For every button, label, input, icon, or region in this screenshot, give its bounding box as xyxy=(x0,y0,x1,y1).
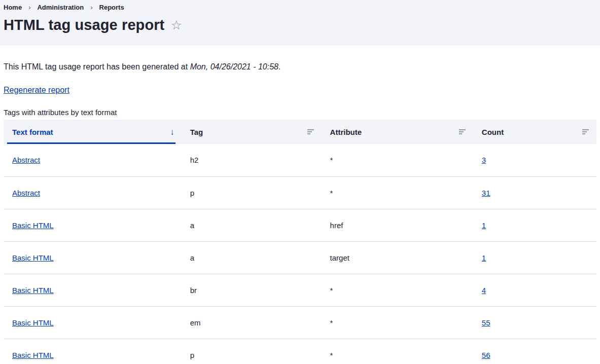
breadcrumb-item-home[interactable]: Home xyxy=(4,4,22,11)
cell-count: 56 xyxy=(473,339,596,364)
report-generated-prefix: This HTML tag usage report has been gene… xyxy=(4,62,190,71)
table-row: Basic HTML a target 1 xyxy=(4,241,596,274)
cell-attribute: * xyxy=(322,306,473,339)
cell-attribute: href xyxy=(322,209,473,241)
cell-attribute: * xyxy=(322,144,473,176)
cell-tag: a xyxy=(182,209,322,241)
column-header-label: Tag xyxy=(190,128,203,136)
cell-attribute: * xyxy=(322,176,473,209)
cell-count: 3 xyxy=(473,144,596,176)
text-format-link[interactable]: Abstract xyxy=(12,189,40,197)
breadcrumb-item-administration[interactable]: Administration xyxy=(37,4,84,11)
column-header-tag[interactable]: Tag xyxy=(182,120,322,144)
sort-lines-icon xyxy=(459,129,466,135)
cell-count: 1 xyxy=(473,209,596,241)
text-format-link[interactable]: Abstract xyxy=(12,156,40,164)
table-row: Basic HTML a href 1 xyxy=(4,209,596,241)
table-row: Basic HTML br * 4 xyxy=(4,274,596,306)
tag-usage-table: Text format ↓ Tag xyxy=(4,120,596,364)
page-title: HTML tag usage report xyxy=(4,16,164,34)
favorite-star-icon[interactable]: ☆ xyxy=(170,19,182,31)
main-content: This HTML tag usage report has been gene… xyxy=(0,46,600,364)
count-link[interactable]: 31 xyxy=(482,189,490,197)
text-format-link[interactable]: Basic HTML xyxy=(12,286,54,295)
sort-lines-icon xyxy=(307,129,314,135)
report-timestamp: Mon, 04/26/2021 - 10:58 xyxy=(190,62,278,71)
cell-text-format: Basic HTML xyxy=(4,274,182,306)
page: Home › Administration › Reports HTML tag… xyxy=(0,0,600,364)
chevron-right-icon: › xyxy=(28,4,30,11)
table-header-row: Text format ↓ Tag xyxy=(4,120,596,144)
regenerate-report-wrap: Regenerate report xyxy=(4,84,596,96)
title-row: HTML tag usage report ☆ xyxy=(4,16,592,34)
cell-tag: h2 xyxy=(182,144,322,176)
report-generated-text: This HTML tag usage report has been gene… xyxy=(4,61,596,73)
count-link[interactable]: 55 xyxy=(482,318,490,327)
text-format-link[interactable]: Basic HTML xyxy=(12,318,54,327)
count-link[interactable]: 1 xyxy=(482,253,486,262)
cell-count: 31 xyxy=(473,176,596,209)
chevron-right-icon: › xyxy=(90,4,92,11)
sort-lines-icon xyxy=(582,129,589,135)
cell-attribute: * xyxy=(322,274,473,306)
cell-count: 4 xyxy=(473,274,596,306)
count-link[interactable]: 4 xyxy=(482,286,486,295)
cell-text-format: Abstract xyxy=(4,144,182,176)
count-link[interactable]: 56 xyxy=(482,351,490,359)
cell-tag: em xyxy=(182,306,322,339)
cell-tag: p xyxy=(182,339,322,364)
cell-attribute: target xyxy=(322,241,473,274)
table-row: Abstract p * 31 xyxy=(4,176,596,209)
sort-descending-icon: ↓ xyxy=(170,128,174,136)
report-generated-suffix: . xyxy=(278,62,280,71)
column-header-attribute[interactable]: Attribute xyxy=(322,120,473,144)
column-header-text-format[interactable]: Text format ↓ xyxy=(4,120,182,144)
table-caption: Tags with attributes by text format xyxy=(4,107,596,118)
page-header: Home › Administration › Reports HTML tag… xyxy=(0,0,600,46)
breadcrumb: Home › Administration › Reports xyxy=(4,4,592,11)
regenerate-report-link[interactable]: Regenerate report xyxy=(4,86,69,94)
table-row: Basic HTML em * 55 xyxy=(4,306,596,339)
cell-text-format: Basic HTML xyxy=(4,306,182,339)
cell-count: 55 xyxy=(473,306,596,339)
column-header-label: Attribute xyxy=(330,128,362,136)
table-row: Abstract h2 * 3 xyxy=(4,144,596,176)
breadcrumb-item-reports[interactable]: Reports xyxy=(99,4,124,11)
cell-count: 1 xyxy=(473,241,596,274)
cell-tag: a xyxy=(182,241,322,274)
text-format-link[interactable]: Basic HTML xyxy=(12,351,54,359)
count-link[interactable]: 3 xyxy=(482,156,486,164)
text-format-link[interactable]: Basic HTML xyxy=(12,221,54,230)
cell-text-format: Basic HTML xyxy=(4,241,182,274)
column-header-label: Text format xyxy=(12,128,53,136)
table-header: Text format ↓ Tag xyxy=(4,120,596,144)
column-header-label: Count xyxy=(482,128,504,136)
table-body: Abstract h2 * 3 Abstract p * 31 Basic HT… xyxy=(4,144,596,364)
cell-text-format: Abstract xyxy=(4,176,182,209)
cell-attribute: * xyxy=(322,339,473,364)
text-format-link[interactable]: Basic HTML xyxy=(12,253,54,262)
column-header-count[interactable]: Count xyxy=(473,120,596,144)
cell-tag: br xyxy=(182,274,322,306)
cell-text-format: Basic HTML xyxy=(4,209,182,241)
cell-text-format: Basic HTML xyxy=(4,339,182,364)
cell-tag: p xyxy=(182,176,322,209)
count-link[interactable]: 1 xyxy=(482,221,486,230)
table-row: Basic HTML p * 56 xyxy=(4,339,596,364)
